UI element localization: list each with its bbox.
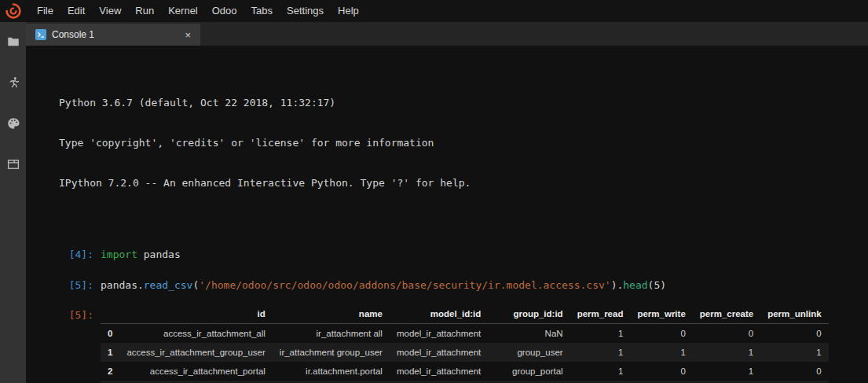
cell: ir_attachment group_user	[273, 343, 390, 362]
cell: NaN	[488, 324, 570, 344]
code-token: read_csv	[144, 279, 193, 291]
cell: access_ir_attachment_group_user	[119, 343, 272, 362]
cell: 1	[693, 343, 760, 362]
output-prompt: [5]:	[26, 304, 101, 383]
cell: 0	[693, 324, 760, 344]
jupyter-console-app: File Edit View Run Kernel Odoo Tabs Sett…	[0, 0, 868, 383]
cell: 1	[570, 343, 631, 362]
open-tabs-icon[interactable]	[4, 155, 23, 174]
cell: 1	[570, 362, 631, 381]
index-cell: 1	[101, 343, 119, 362]
input-prompt: [4]:	[26, 248, 101, 261]
input-prompt: [5]:	[26, 278, 101, 292]
code-token: head	[623, 279, 647, 291]
cell: group_user	[488, 343, 570, 362]
odoo-logo-icon	[0, 0, 27, 22]
code-token: '/home/odoo/src/odoo/odoo/addons/base/se…	[199, 279, 610, 291]
code-token: pandas	[101, 279, 137, 291]
header-cell: perm_write	[630, 304, 692, 324]
palette-icon[interactable]	[4, 114, 23, 133]
header-cell: group_id:id	[488, 304, 570, 324]
close-icon[interactable]: ×	[181, 29, 194, 41]
code-token: )	[660, 279, 666, 291]
cell: access_ir_attachment_all	[119, 324, 272, 344]
cell: 1	[570, 324, 631, 344]
cell: ir_attachment all	[273, 324, 390, 344]
folder-icon[interactable]	[4, 32, 23, 51]
header-cell: model_id:id	[390, 304, 488, 324]
cell: 1	[693, 362, 760, 381]
cell: 0	[630, 324, 692, 344]
cell: model_ir_attachment	[390, 343, 488, 362]
tab-console-1[interactable]: Console 1 ×	[26, 24, 200, 46]
cell: group_portal	[488, 362, 570, 381]
header-cell: perm_read	[570, 304, 631, 324]
dataframe-table: id name model_id:id group_id:id perm_rea…	[101, 304, 829, 383]
menu-items: File Edit View Run Kernel Odoo Tabs Sett…	[30, 0, 366, 22]
table-row: 1 access_ir_attachment_group_user ir_att…	[101, 343, 829, 362]
menu-view[interactable]: View	[92, 0, 128, 22]
menu-settings[interactable]: Settings	[280, 0, 331, 22]
header-cell: name	[273, 304, 390, 324]
cell: 0	[760, 324, 828, 344]
cell: ir.attachment.portal	[273, 362, 390, 381]
menu-help[interactable]: Help	[331, 0, 366, 22]
index-cell: 2	[101, 362, 119, 381]
menu-edit[interactable]: Edit	[60, 0, 92, 22]
cell: 0	[630, 362, 692, 381]
banner-line: IPython 7.2.0 -- An enhanced Interactive…	[59, 176, 868, 190]
cell: model_ir_attachment	[390, 362, 488, 381]
index-cell: 0	[101, 324, 119, 344]
cell: 1	[760, 343, 828, 362]
cell: 1	[630, 343, 692, 362]
banner-line: Type 'copyright', 'credits' or 'license'…	[59, 136, 868, 149]
code-line: pandas.read_csv('/home/odoo/src/odoo/odo…	[101, 278, 666, 292]
cell: access_ir_attachment_portal	[119, 362, 272, 381]
table-header-row: id name model_id:id group_id:id perm_rea…	[101, 304, 829, 324]
code-token: pandas	[137, 249, 181, 260]
menu-kernel[interactable]: Kernel	[161, 0, 205, 22]
menu-bar: File Edit View Run Kernel Odoo Tabs Sett…	[0, 0, 868, 22]
code-line: import pandas	[101, 248, 181, 261]
tab-label: Console 1	[52, 29, 181, 40]
tab-bar: Console 1 ×	[26, 22, 868, 46]
console-icon	[35, 29, 46, 40]
code-cell-5: [5]: pandas.read_csv('/home/odoo/src/odo…	[26, 278, 868, 292]
header-cell: perm_create	[693, 304, 760, 324]
code-cell-4: [4]: import pandas	[26, 248, 868, 261]
cell: 0	[760, 362, 828, 381]
header-cell: perm_unlink	[760, 304, 828, 324]
menu-odoo[interactable]: Odoo	[205, 0, 244, 22]
menu-file[interactable]: File	[30, 0, 60, 22]
menu-tabs[interactable]: Tabs	[244, 0, 280, 22]
banner-line: Python 3.6.7 (default, Oct 22 2018, 11:3…	[59, 96, 868, 109]
table-row: 0 access_ir_attachment_all ir_attachment…	[101, 324, 829, 344]
table-row: 2 access_ir_attachment_portal ir.attachm…	[101, 362, 829, 381]
output-area: [5]: id name model_id:id group_id:id per…	[26, 304, 868, 383]
console-panel: Python 3.6.7 (default, Oct 22 2018, 11:3…	[26, 46, 868, 383]
code-token: import	[101, 249, 137, 260]
running-sessions-icon[interactable]	[4, 73, 23, 92]
console-banner: Python 3.6.7 (default, Oct 22 2018, 11:3…	[59, 69, 868, 216]
header-cell	[101, 304, 119, 324]
code-token: .	[137, 279, 144, 291]
header-cell: id	[119, 304, 272, 324]
cell: model_ir_attachment	[390, 324, 488, 344]
menu-run[interactable]: Run	[128, 0, 161, 22]
left-activity-bar	[0, 22, 26, 383]
